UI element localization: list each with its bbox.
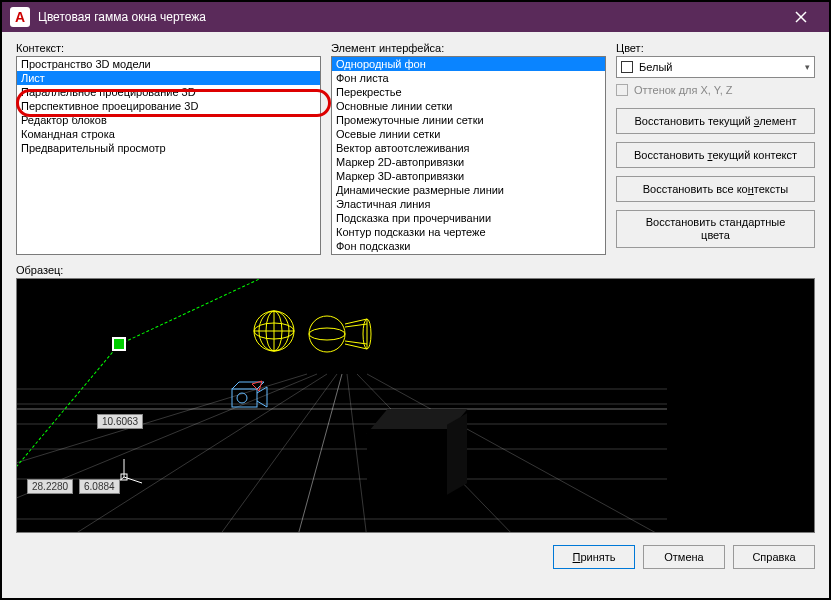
element-item[interactable]: Маркер 3D-автопривязки	[332, 169, 605, 183]
element-item[interactable]: Однородный фон	[332, 57, 605, 71]
element-item[interactable]: Осевые линии сетки	[332, 127, 605, 141]
context-item[interactable]: Командная строка	[17, 127, 320, 141]
context-item[interactable]: Лист	[17, 71, 320, 85]
element-item[interactable]: Контур подсказки на чертеже	[332, 225, 605, 239]
color-value: Белый	[639, 61, 805, 73]
help-button[interactable]: Справка	[733, 545, 815, 569]
camera-icon	[227, 379, 272, 414]
cancel-button[interactable]: Отмена	[643, 545, 725, 569]
element-item[interactable]: Перекрестье	[332, 85, 605, 99]
sample-label: Образец:	[16, 264, 815, 276]
context-item[interactable]: Перспективное проецирование 3D	[17, 99, 320, 113]
element-item[interactable]: Промежуточные линии сетки	[332, 113, 605, 127]
svg-line-8	[17, 374, 317, 532]
svg-point-23	[309, 316, 345, 352]
svg-rect-28	[232, 389, 257, 407]
light-icon	[307, 309, 377, 359]
element-item[interactable]: Источники света	[332, 253, 605, 255]
element-item[interactable]: Фон листа	[332, 71, 605, 85]
tint-checkbox[interactable]	[616, 84, 628, 96]
element-item[interactable]: Динамические размерные линии	[332, 183, 605, 197]
svg-point-32	[237, 393, 247, 403]
element-item[interactable]: Подсказка при прочерчивании	[332, 211, 605, 225]
context-item[interactable]: Предварительный просмотр	[17, 141, 320, 155]
sphere-icon	[252, 309, 297, 354]
sample-preview: 10.6063 28.2280 6.0884	[16, 278, 815, 533]
svg-line-29	[232, 382, 239, 389]
chevron-down-icon: ▾	[805, 62, 810, 72]
cube-icon	[367, 409, 467, 499]
titlebar: A Цветовая гамма окна чертежа	[2, 2, 829, 32]
svg-line-11	[347, 374, 367, 532]
svg-line-9	[67, 374, 327, 532]
color-label: Цвет:	[616, 42, 815, 54]
tint-label: Оттенок для X, Y, Z	[634, 84, 733, 96]
element-item[interactable]: Вектор автоотслеживания	[332, 141, 605, 155]
element-item[interactable]: Основные линии сетки	[332, 99, 605, 113]
element-listbox[interactable]: Однородный фонФон листаПерекрестьеОсновн…	[331, 56, 606, 255]
tint-checkbox-row[interactable]: Оттенок для X, Y, Z	[616, 84, 815, 96]
ok-button[interactable]: Принять	[553, 545, 635, 569]
app-icon: A	[10, 7, 30, 27]
element-label: Элемент интерфейса:	[331, 42, 606, 54]
element-item[interactable]: Маркер 2D-автопривязки	[332, 155, 605, 169]
context-label: Контекст:	[16, 42, 321, 54]
restore-all-contexts-button[interactable]: Восстановить все контексты	[616, 176, 815, 202]
track-handle-icon	[112, 337, 126, 351]
color-combobox[interactable]: Белый ▾	[616, 56, 815, 78]
restore-current-context-button[interactable]: Восстановить текущий контекст	[616, 142, 815, 168]
coord-y: 6.0884	[79, 479, 120, 494]
svg-point-24	[309, 328, 345, 340]
context-item[interactable]: Параллельное проецирование 3D	[17, 85, 320, 99]
context-item[interactable]: Редактор блоков	[17, 113, 320, 127]
element-item[interactable]: Фон подсказки	[332, 239, 605, 253]
close-button[interactable]	[781, 2, 821, 32]
coord-z: 10.6063	[97, 414, 143, 429]
context-item[interactable]: Пространство 3D модели	[17, 57, 320, 71]
restore-current-element-button[interactable]: Восстановить текущий элемент	[616, 108, 815, 134]
close-icon	[795, 11, 807, 23]
color-swatch-icon	[621, 61, 633, 73]
element-item[interactable]: Эластичная линия	[332, 197, 605, 211]
coord-x: 28.2280	[27, 479, 73, 494]
window-title: Цветовая гамма окна чертежа	[38, 10, 781, 24]
restore-standard-colors-button[interactable]: Восстановить стандартныецвета	[616, 210, 815, 248]
context-listbox[interactable]: Пространство 3D моделиЛистПараллельное п…	[16, 56, 321, 255]
